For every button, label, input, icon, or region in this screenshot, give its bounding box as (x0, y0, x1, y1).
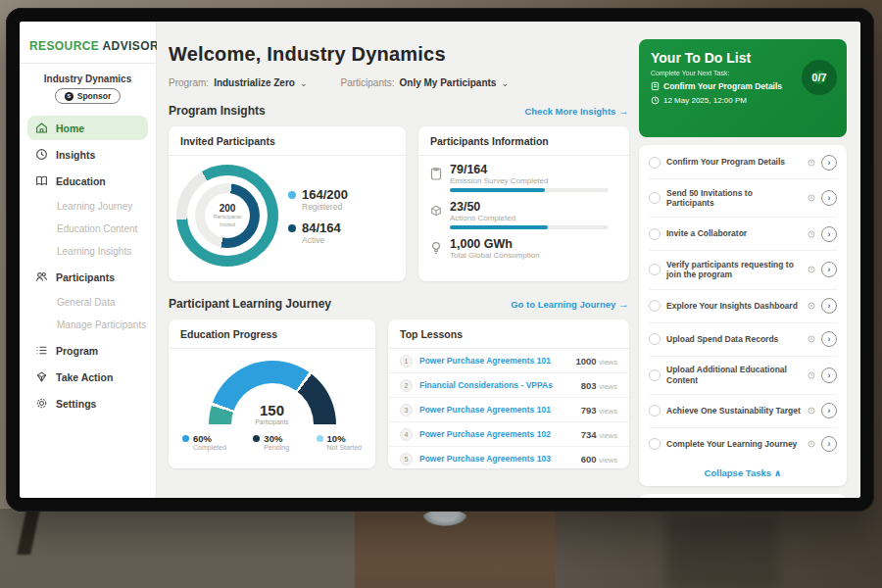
sidebar-item-home[interactable]: Home (27, 116, 148, 140)
todo-summary-card: Your To Do List Complete Your Next Task:… (639, 39, 847, 137)
todo-due-date: 12 May 2025, 12:00 PM (663, 96, 747, 105)
deadline-icon (808, 266, 815, 273)
sidebar-item-participants[interactable]: Participants (27, 265, 148, 289)
todo-next-task: Confirm Your Program Details (663, 81, 782, 91)
deadline-icon (808, 407, 815, 415)
participants-icon (35, 270, 48, 283)
insights-icon (35, 148, 48, 161)
actions-icon (430, 204, 442, 218)
task-row: Complete Your Learning Journey › (649, 428, 837, 461)
sidebar-item-label: Education (56, 175, 106, 187)
monitor-stand-notch (422, 510, 467, 526)
task-checkbox[interactable] (649, 369, 661, 381)
stat-global-consumption: 1,000 GWh Total Global Consumption (430, 237, 617, 263)
sidebar-item-education-content[interactable]: Education Content (20, 218, 156, 240)
check-more-insights-link[interactable]: Check More Insights → (524, 105, 629, 117)
card-title: Education Progress (169, 319, 375, 349)
task-checkbox[interactable] (649, 333, 661, 345)
deadline-icon (808, 371, 815, 379)
not-started-dot-icon (317, 435, 323, 442)
sponsor-icon: S (65, 92, 74, 101)
participants-selector[interactable]: Participants: Only My Participants ⌄ (340, 77, 509, 88)
sponsor-badge-label: Sponsor (77, 91, 111, 101)
task-checkbox[interactable] (649, 157, 661, 169)
task-open-button[interactable]: › (821, 298, 837, 314)
lesson-link[interactable]: Power Purchase Agreements 102 (419, 429, 574, 439)
task-row: Send 50 Invitations to Participants › (649, 179, 837, 218)
deadline-icon (808, 335, 815, 343)
education-progress-gauge-chart: 150 Participants (209, 361, 336, 425)
card-title: Top Lessons (388, 319, 629, 349)
deadline-icon (808, 230, 815, 238)
task-row: Upload Spend Data Records › (649, 323, 837, 357)
learning-journey-title: Participant Learning Journey (169, 297, 331, 311)
deadline-icon (808, 440, 815, 448)
task-checkbox[interactable] (649, 264, 661, 275)
org-name: Industry Dynamics (20, 64, 156, 88)
stat-emission-survey: 79/164 Emission Survey Completed (430, 163, 617, 192)
legend-not-started: 10%Not Started (317, 433, 362, 451)
task-open-button[interactable]: › (821, 155, 837, 171)
task-checkbox[interactable] (649, 228, 661, 240)
task-checkbox[interactable] (649, 192, 661, 204)
sidebar-item-manage-participants[interactable]: Manage Participants (20, 314, 156, 336)
legend-pending: 30%Pending (253, 433, 289, 451)
program-value: Industrialize Zero (214, 77, 295, 88)
card-title: Invited Participants (169, 126, 406, 156)
task-row: Invite a Collaborator › (649, 218, 837, 251)
donut-center-label: Participants Invited (205, 214, 250, 227)
task-open-button[interactable]: › (821, 331, 837, 347)
background-desk-left (0, 509, 355, 588)
sidebar-item-learning-journey[interactable]: Learning Journey (20, 195, 156, 218)
arrow-right-icon: → (618, 298, 629, 310)
lesson-link[interactable]: Financial Considerations - VPPAs (419, 380, 574, 390)
go-to-learning-journey-link[interactable]: Go to Learning Journey → (511, 298, 629, 310)
task-open-button[interactable]: › (821, 226, 837, 242)
task-checkbox[interactable] (649, 405, 661, 416)
task-row: Explore Your Insights Dashboard › (649, 290, 837, 323)
top-lessons-card: Top Lessons 1 Power Purchase Agreements … (388, 319, 629, 468)
settings-icon (35, 397, 48, 410)
rank-badge: 4 (400, 428, 413, 441)
chevron-down-icon: ⌄ (300, 78, 308, 88)
deadline-icon (808, 159, 815, 167)
chevron-up-icon: ∧ (774, 467, 782, 478)
gauge-center-value: 150 (209, 402, 336, 418)
sidebar-item-learning-insights[interactable]: Learning Insights (20, 240, 156, 263)
program-icon (35, 344, 48, 357)
recent-news-card: Recent News (639, 494, 847, 498)
lesson-link[interactable]: Power Purchase Agreements 103 (419, 454, 574, 464)
rank-badge: 5 (400, 453, 413, 466)
sidebar-item-settings[interactable]: Settings (27, 391, 148, 416)
sidebar-item-take-action[interactable]: Take Action (27, 365, 148, 389)
task-open-button[interactable]: › (821, 368, 837, 383)
task-open-button[interactable]: › (821, 403, 837, 418)
task-open-button[interactable]: › (821, 262, 837, 277)
invited-participants-donut-chart: 200 Participants Invited (176, 165, 278, 267)
lesson-row: 5 Power Purchase Agreements 103 600 view… (388, 447, 629, 470)
collapse-tasks-link[interactable]: Collapse Tasks ∧ (649, 461, 837, 484)
task-checkbox[interactable] (649, 438, 661, 450)
task-doc-icon (651, 81, 660, 91)
registered-dot-icon (288, 191, 296, 199)
completed-dot-icon (182, 435, 189, 442)
lesson-link[interactable]: Power Purchase Agreements 101 (419, 405, 574, 415)
task-open-button[interactable]: › (821, 436, 837, 452)
todo-progress-ring: 0/7 (802, 60, 837, 95)
sidebar-item-label: Home (56, 122, 84, 134)
sidebar-item-label: Participants (56, 271, 115, 283)
monitor-bezel: RESOURCE ADVISOR+ Industry Dynamics S Sp… (6, 8, 874, 512)
sidebar-item-insights[interactable]: Insights (27, 142, 148, 167)
program-selector[interactable]: Program: Industrialize Zero ⌄ (169, 77, 307, 88)
legend-active: 84/164 Active (288, 220, 348, 245)
deadline-icon (808, 302, 815, 310)
lesson-link[interactable]: Power Purchase Agreements 101 (419, 356, 568, 366)
sidebar-item-education[interactable]: Education (27, 169, 148, 193)
stat-actions-completed: 23/50 Actions Completed (430, 200, 617, 229)
sidebar: RESOURCE ADVISOR+ Industry Dynamics S Sp… (20, 22, 157, 498)
sidebar-item-general-data[interactable]: General Data (20, 291, 156, 314)
task-open-button[interactable]: › (821, 190, 837, 206)
task-checkbox[interactable] (649, 300, 661, 312)
sidebar-item-label: Settings (56, 398, 96, 410)
sidebar-item-program[interactable]: Program (27, 338, 148, 363)
